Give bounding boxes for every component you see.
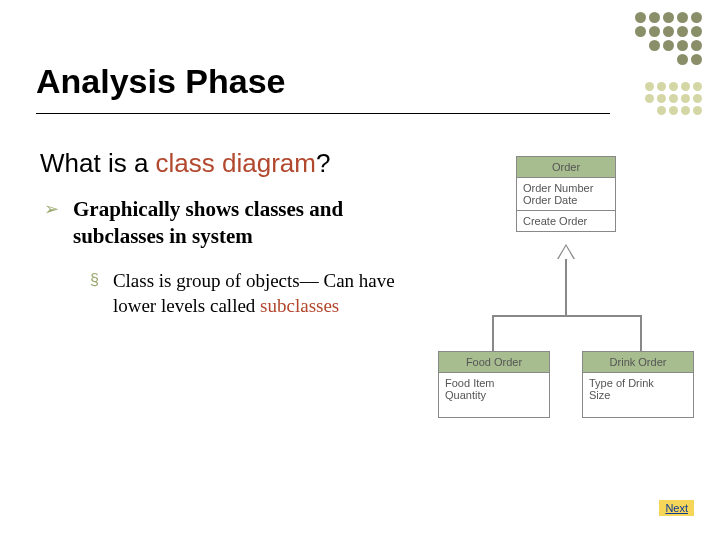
dot-icon [681,82,690,91]
dot-icon [691,26,702,37]
attr-text: Size [589,389,687,401]
dot-icon [645,82,654,91]
connector-line [565,259,567,315]
next-button[interactable]: Next [659,500,694,516]
attr-text: Order Number [523,182,609,194]
attr-text: Type of Drink [589,377,687,389]
dot-icon [691,54,702,65]
dot-icon [663,12,674,23]
class-diagram: Order Order Number Order Date Create Ord… [438,156,694,456]
dot-icon [657,82,666,91]
attr-text: Food Item [445,377,543,389]
connector-line [492,315,494,351]
op-text: Create Order [523,215,609,227]
dot-icon [677,40,688,51]
slide-title: Analysis Phase [36,62,610,101]
dot-icon [681,94,690,103]
class-attrs: Type of Drink Size [583,373,693,417]
dot-icon [649,26,660,37]
class-ops: Create Order [517,211,615,231]
bullet2-highlight: subclasses [260,295,339,316]
connector-line [492,315,642,317]
dot-icon [681,106,690,115]
dot-icon [657,106,666,115]
generalization-arrow-fill [558,246,574,260]
dot-icon [649,12,660,23]
class-name: Drink Order [583,352,693,373]
class-box-drink-order: Drink Order Type of Drink Size [582,351,694,418]
slide-subtitle: What is a class diagram? [40,148,330,179]
bullet-level1: ➢ Graphically shows classes and subclass… [44,196,404,250]
subtitle-pre: What is a [40,148,156,178]
dot-icon [677,26,688,37]
bullet2-pre: Class is group of objects— Can have lowe… [113,270,395,316]
bullet2-text: Class is group of objects— Can have lowe… [113,268,404,318]
attr-text: Order Date [523,194,609,206]
dot-icon [691,12,702,23]
dot-icon [635,26,646,37]
dot-icon [693,94,702,103]
class-box-order: Order Order Number Order Date Create Ord… [516,156,616,232]
dot-icon [693,106,702,115]
dot-icon [645,94,654,103]
class-name: Food Order [439,352,549,373]
dot-icon [663,40,674,51]
class-box-food-order: Food Order Food Item Quantity [438,351,550,418]
subtitle-highlight: class diagram [156,148,316,178]
dot-icon [677,12,688,23]
subtitle-post: ? [316,148,330,178]
bullet1-text: Graphically shows classes and subclasses… [73,196,404,250]
bullet-list: ➢ Graphically shows classes and subclass… [44,196,404,318]
decor-dots-top [635,12,702,68]
dot-icon [693,82,702,91]
decor-dots-mid [645,82,702,118]
connector-line [640,315,642,351]
class-attrs: Food Item Quantity [439,373,549,417]
dot-icon [669,94,678,103]
dot-icon [669,106,678,115]
dot-icon [635,12,646,23]
bullet-square-icon: § [90,268,99,318]
class-attrs: Order Number Order Date [517,178,615,211]
dot-icon [649,40,660,51]
dot-icon [657,94,666,103]
dot-icon [663,26,674,37]
dot-icon [669,82,678,91]
title-rule: Analysis Phase [36,62,610,114]
dot-icon [677,54,688,65]
bullet-arrow-icon: ➢ [44,196,59,250]
class-name: Order [517,157,615,178]
dot-icon [691,40,702,51]
bullet-level2: § Class is group of objects— Can have lo… [90,268,404,318]
attr-text: Quantity [445,389,543,401]
